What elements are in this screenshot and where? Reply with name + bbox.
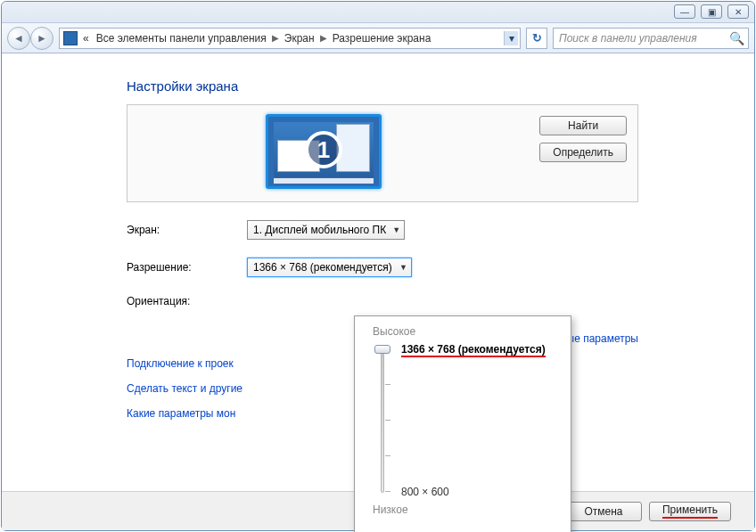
control-panel-icon: [63, 31, 78, 45]
display-taskbar-icon: [274, 178, 374, 184]
slider-low-label: Низкое: [373, 503, 558, 516]
chevron-down-icon: ▼: [399, 263, 407, 272]
detect-button[interactable]: Определить: [539, 143, 627, 162]
screen-combo-value: 1. Дисплей мобильного ПК: [253, 224, 386, 236]
resolution-slider-popup: Высокое 1366 × 768 (рекомендуется) 800 ×…: [354, 315, 571, 532]
search-placeholder: Поиск в панели управления: [559, 32, 697, 45]
back-button[interactable]: ◄: [7, 27, 30, 50]
screen-label: Экран:: [127, 224, 247, 236]
resolution-combo[interactable]: 1366 × 768 (рекомендуется) ▼: [247, 258, 412, 277]
minimize-button[interactable]: —: [674, 4, 695, 19]
address-bar[interactable]: « Все элементы панели управления ▶ Экран…: [59, 28, 521, 49]
window-frame: — ▣ ✕ ◄ ► « Все элементы панели управлен…: [1, 1, 755, 531]
breadcrumb-item[interactable]: Разрешение экрана: [331, 32, 433, 45]
page-title: Настройки экрана: [127, 78, 745, 94]
slider-high-label: Высокое: [373, 325, 558, 338]
slider-thumb[interactable]: [374, 345, 390, 354]
monitor-params-link[interactable]: Какие параметры мон: [127, 407, 235, 420]
cancel-button[interactable]: Отмена: [565, 502, 642, 521]
chevron-right-icon: ▶: [320, 33, 327, 43]
search-icon: 🔍: [729, 31, 744, 45]
close-button[interactable]: ✕: [727, 4, 749, 19]
resolution-label: Разрешение:: [127, 261, 247, 274]
search-input[interactable]: Поиск в панели управления 🔍: [553, 28, 749, 49]
display-1[interactable]: 1: [266, 114, 382, 189]
display-number: 1: [305, 131, 342, 168]
resolution-min-label: 800 × 600: [401, 486, 449, 498]
forward-button[interactable]: ►: [30, 27, 53, 50]
resolution-combo-value: 1366 × 768 (рекомендуется): [253, 261, 392, 274]
refresh-button[interactable]: ↻: [526, 28, 547, 49]
content-area: Настройки экрана 1 Найти Определить Экра…: [2, 53, 754, 530]
resolution-recommended-label: 1366 × 768 (рекомендуется): [401, 343, 546, 356]
display-preview-box: 1 Найти Определить: [127, 104, 638, 202]
address-dropdown-icon[interactable]: ▾: [504, 31, 518, 45]
nav-bar: ◄ ► « Все элементы панели управления ▶ Э…: [2, 23, 754, 53]
orientation-label: Ориентация:: [127, 295, 247, 307]
breadcrumb-prefix: «: [81, 32, 91, 45]
chevron-down-icon: ▼: [392, 225, 400, 234]
titlebar: — ▣ ✕: [2, 2, 754, 23]
breadcrumb-item[interactable]: Все элементы панели управления: [94, 32, 268, 45]
find-button[interactable]: Найти: [539, 116, 627, 135]
text-size-link[interactable]: Сделать текст и другие: [127, 382, 242, 395]
breadcrumb-item[interactable]: Экран: [283, 32, 316, 45]
projector-link[interactable]: Подключение к проек: [127, 357, 234, 370]
resolution-slider[interactable]: [373, 345, 392, 496]
maximize-button[interactable]: ▣: [701, 4, 722, 19]
chevron-right-icon: ▶: [272, 33, 279, 43]
apply-button[interactable]: Применить: [649, 502, 731, 521]
screen-combo[interactable]: 1. Дисплей мобильного ПК ▼: [247, 220, 405, 240]
